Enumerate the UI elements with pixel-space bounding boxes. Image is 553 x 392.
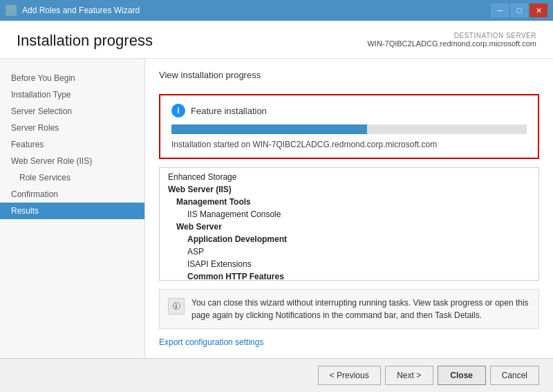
- progress-bar-container: [171, 124, 527, 134]
- close-button[interactable]: Close: [438, 366, 486, 385]
- server-info: DESTINATION SERVER WIN-7QIBC2LADCG.redmo…: [367, 32, 536, 48]
- wizard-container: Installation progress DESTINATION SERVER…: [0, 21, 553, 392]
- sidebar-item-web-server-role-(iis)[interactable]: Web Server Role (IIS): [0, 153, 144, 169]
- title-bar: Add Roles and Features Wizard ─ □ ✕: [0, 0, 553, 21]
- list-item: Web Server: [160, 221, 538, 233]
- title-bar-title: Add Roles and Features Wizard: [22, 6, 140, 15]
- list-item: Web Server (IIS): [160, 183, 538, 196]
- sidebar-item-server-selection[interactable]: Server Selection: [0, 103, 144, 120]
- wizard-footer: < Previous Next > Close Cancel: [0, 358, 553, 392]
- info-icon: i: [171, 104, 185, 118]
- export-link[interactable]: Export configuration settings: [159, 337, 539, 347]
- sidebar-item-installation-type[interactable]: Installation Type: [0, 86, 144, 103]
- wizard-icon: [6, 5, 17, 16]
- feature-box-header: i Feature installation: [171, 104, 527, 118]
- sidebar-item-before-you-begin[interactable]: Before You Begin: [0, 70, 144, 86]
- wizard-header: Installation progress DESTINATION SERVER…: [0, 21, 553, 59]
- minimize-button[interactable]: ─: [491, 3, 509, 17]
- list-item: Application Development: [160, 233, 538, 245]
- sidebar: Before You BeginInstallation TypeServer …: [0, 59, 145, 358]
- list-item: Common HTTP Features: [160, 270, 538, 280]
- feature-list-container: Enhanced StorageWeb Server (IIS)Manageme…: [159, 167, 539, 281]
- info-note-icon: 🛈: [168, 298, 185, 315]
- info-note: 🛈 You can close this wizard without inte…: [159, 289, 539, 329]
- feature-installation-box: i Feature installation Installation star…: [159, 94, 539, 159]
- list-item: ASP: [160, 245, 538, 258]
- server-label: DESTINATION SERVER: [367, 32, 536, 39]
- sidebar-item-features[interactable]: Features: [0, 136, 144, 153]
- previous-button[interactable]: < Previous: [318, 366, 381, 385]
- progress-bar-fill: [171, 124, 367, 134]
- sidebar-item-results[interactable]: Results: [0, 203, 144, 219]
- page-title: Installation progress: [17, 32, 153, 50]
- title-bar-left: Add Roles and Features Wizard: [6, 5, 140, 16]
- list-item: IIS Management Console: [160, 208, 538, 221]
- feature-title: Feature installation: [191, 106, 267, 116]
- server-name: WIN-7QIBC2LADCG.redmond.corp.microsoft.c…: [367, 39, 536, 48]
- list-item: ISAPI Extensions: [160, 258, 538, 270]
- list-item: Enhanced Storage: [160, 171, 538, 183]
- maximize-button[interactable]: □: [510, 3, 528, 17]
- section-title: View installation progress: [159, 70, 539, 80]
- sidebar-item-role-services[interactable]: Role Services: [0, 169, 144, 186]
- window-close-button[interactable]: ✕: [529, 3, 547, 17]
- sidebar-item-confirmation[interactable]: Confirmation: [0, 186, 144, 203]
- main-content: View installation progress i Feature ins…: [145, 59, 553, 358]
- info-note-text: You can close this wizard without interr…: [191, 297, 530, 321]
- title-bar-controls: ─ □ ✕: [491, 3, 547, 17]
- next-button[interactable]: Next >: [385, 366, 433, 385]
- list-item: Management Tools: [160, 196, 538, 208]
- feature-list[interactable]: Enhanced StorageWeb Server (IIS)Manageme…: [160, 168, 538, 280]
- sidebar-item-server-roles[interactable]: Server Roles: [0, 120, 144, 136]
- progress-text: Installation started on WIN-7QIBC2LADCG.…: [171, 140, 527, 149]
- cancel-button[interactable]: Cancel: [490, 366, 539, 385]
- wizard-body: Before You BeginInstallation TypeServer …: [0, 59, 553, 358]
